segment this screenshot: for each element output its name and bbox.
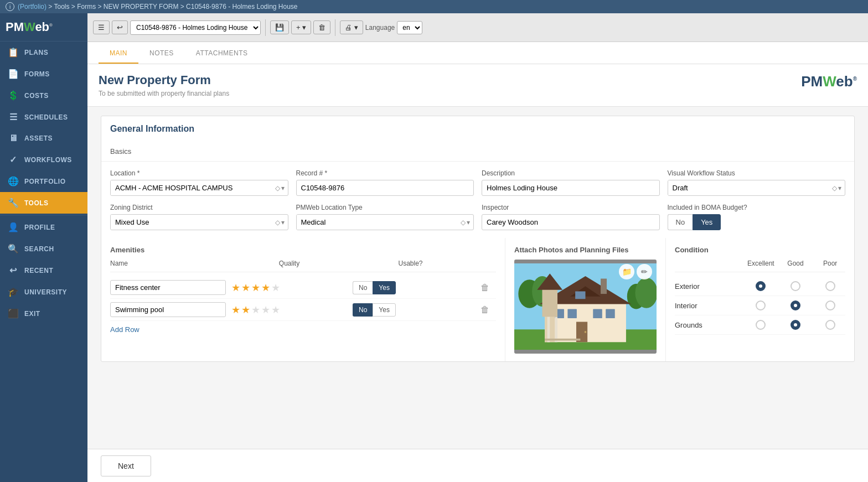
boma-yes-button[interactable]: Yes	[693, 214, 721, 230]
star-1-3[interactable]: ★	[251, 282, 260, 294]
location-dropdown-icon[interactable]: ▾	[281, 184, 285, 192]
pmweb-loc-dropdown-icon[interactable]: ▾	[467, 219, 470, 226]
vws-sel-icons: ◇ ▾	[829, 184, 845, 192]
hamburger-button[interactable]: ☰	[93, 20, 110, 34]
info-icon[interactable]: i	[6, 2, 14, 11]
language-select[interactable]: en	[397, 21, 422, 34]
star-2-1[interactable]: ★	[231, 304, 240, 316]
sidebar-item-portfolio[interactable]: 🌐 PORTFOLIO	[0, 170, 87, 192]
grounds-excellent-radio[interactable]	[756, 320, 766, 330]
sidebar-label-portfolio: PORTFOLIO	[24, 178, 66, 185]
record-selector[interactable]: C10548-9876 - Holmes Loding House	[130, 20, 261, 35]
svg-rect-11	[606, 309, 615, 319]
grounds-good-radio[interactable]	[790, 320, 800, 330]
record-input[interactable]	[296, 180, 474, 196]
zoning-input[interactable]	[111, 215, 272, 230]
sidebar-item-tools[interactable]: 🔧 TOOLS	[0, 192, 87, 214]
new-button[interactable]: + ▾	[291, 20, 311, 34]
delete-button[interactable]: 🗑	[313, 20, 330, 34]
location-input[interactable]	[111, 180, 272, 195]
zoning-dropdown-icon[interactable]: ▾	[281, 219, 285, 226]
photo-buttons: 📁 ✏	[619, 264, 652, 279]
vws-select-wrap[interactable]: ◇ ▾	[668, 180, 846, 196]
interior-excellent-radio[interactable]	[756, 300, 766, 310]
workflows-icon: ✓	[8, 154, 19, 165]
svg-rect-18	[575, 291, 585, 299]
condition-row-grounds: Grounds	[675, 315, 845, 335]
col-usable: Usable?	[353, 260, 468, 267]
content-area: ☰ ↩ C10548-9876 - Holmes Loding House 💾 …	[87, 13, 868, 482]
pmweb-loc-clear-icon[interactable]: ◇	[461, 219, 466, 226]
print-button[interactable]: 🖨 ▾	[340, 20, 363, 34]
star-2-2[interactable]: ★	[241, 304, 250, 316]
vws-label: Visual Workflow Status	[668, 169, 846, 177]
star-1-2[interactable]: ★	[241, 282, 250, 294]
sidebar-item-costs[interactable]: 💲 COSTS	[0, 85, 87, 106]
star-1-5[interactable]: ★	[271, 282, 280, 294]
next-button[interactable]: Next	[101, 455, 151, 476]
main-layout: PMWeb® 📋 PLANS 📄 FORMS 💲 COSTS ☰ SCHEDUL…	[0, 13, 868, 482]
field-boma: Included in BOMA Budget? No Yes	[668, 204, 846, 230]
sidebar-item-schedules[interactable]: ☰ SCHEDULES	[0, 106, 87, 128]
sidebar-label-plans: PLANS	[24, 49, 48, 56]
description-input[interactable]	[482, 180, 660, 196]
interior-poor-radio[interactable]	[825, 300, 835, 310]
add-row-button[interactable]: Add Row	[110, 321, 496, 336]
amenity-delete-2[interactable]: 🗑	[474, 305, 496, 315]
tab-bar: MAIN NOTES ATTACHMENTS	[87, 42, 868, 64]
tab-attachments[interactable]: ATTACHMENTS	[185, 44, 259, 64]
exterior-poor-radio[interactable]	[825, 281, 835, 291]
sidebar-item-forms[interactable]: 📄 FORMS	[0, 63, 87, 85]
grounds-poor-radio[interactable]	[825, 320, 835, 330]
amenity-2-yes[interactable]: Yes	[373, 303, 396, 317]
pmweb-loc-select-wrap[interactable]: ◇ ▾	[296, 214, 474, 230]
amenity-name-1[interactable]	[110, 280, 226, 295]
search-icon: 🔍	[8, 243, 19, 254]
sidebar-item-assets[interactable]: 🖥 ASSETS	[0, 128, 87, 149]
sidebar-item-profile[interactable]: 👤 PROFILE	[0, 216, 87, 238]
amenity-1-yes[interactable]: Yes	[373, 281, 396, 294]
zoning-clear-icon[interactable]: ◇	[275, 219, 280, 226]
inspector-input[interactable]	[482, 214, 660, 230]
sidebar-item-exit[interactable]: ⬛ EXIT	[0, 303, 87, 324]
sidebar-item-plans[interactable]: 📋 PLANS	[0, 42, 87, 63]
amenity-2-no[interactable]: No	[353, 303, 373, 317]
photo-edit-button[interactable]: ✏	[637, 264, 652, 279]
photo-folder-button[interactable]: 📁	[619, 264, 634, 279]
tab-main[interactable]: MAIN	[99, 44, 138, 64]
boma-no-button[interactable]: No	[668, 214, 693, 230]
sidebar-label-workflows: WORKFLOWS	[24, 156, 72, 164]
star-1-1[interactable]: ★	[231, 282, 240, 294]
portfolio-link[interactable]: (Portfolio)	[18, 3, 46, 11]
location-label: Location *	[110, 169, 288, 177]
star-2-3[interactable]: ★	[251, 304, 260, 316]
zoning-select-wrap[interactable]: ◇ ▾	[110, 214, 288, 230]
amenity-name-2[interactable]	[110, 302, 226, 317]
star-2-4[interactable]: ★	[261, 304, 270, 316]
photos-title: Attach Photos and Planning Files	[514, 246, 657, 254]
toolbar-left: ☰ ↩ C10548-9876 - Holmes Loding House 💾 …	[93, 19, 422, 36]
exterior-excellent-radio[interactable]	[756, 281, 766, 291]
sidebar-item-recent[interactable]: ↩ RECENT	[0, 260, 87, 281]
vws-clear-icon[interactable]: ◇	[832, 184, 837, 192]
star-2-5[interactable]: ★	[271, 304, 280, 316]
location-select-wrap[interactable]: ◇ ▾	[110, 180, 288, 196]
vws-dropdown-icon[interactable]: ▾	[838, 184, 841, 192]
exterior-good-radio[interactable]	[790, 281, 800, 291]
save-button[interactable]: 💾	[270, 20, 289, 34]
amenity-1-no[interactable]: No	[353, 281, 373, 294]
pmweb-loc-input[interactable]	[297, 215, 458, 230]
sidebar-item-search[interactable]: 🔍 SEARCH	[0, 238, 87, 260]
sidebar-item-workflows[interactable]: ✓ WORKFLOWS	[0, 149, 87, 170]
condition-label-grounds: Grounds	[675, 321, 741, 329]
vws-input[interactable]	[668, 180, 829, 195]
amenity-row-1: ★ ★ ★ ★ ★ No Yes 🗑	[110, 277, 496, 299]
tab-notes[interactable]: NOTES	[138, 44, 185, 64]
sidebar-label-exit: EXIT	[24, 310, 40, 318]
undo-button[interactable]: ↩	[112, 20, 128, 34]
location-clear-icon[interactable]: ◇	[275, 184, 280, 192]
amenity-delete-1[interactable]: 🗑	[474, 283, 496, 293]
interior-good-radio[interactable]	[790, 300, 800, 310]
sidebar-item-university[interactable]: 🎓 UNIVERSITY	[0, 281, 87, 303]
star-1-4[interactable]: ★	[261, 282, 270, 294]
